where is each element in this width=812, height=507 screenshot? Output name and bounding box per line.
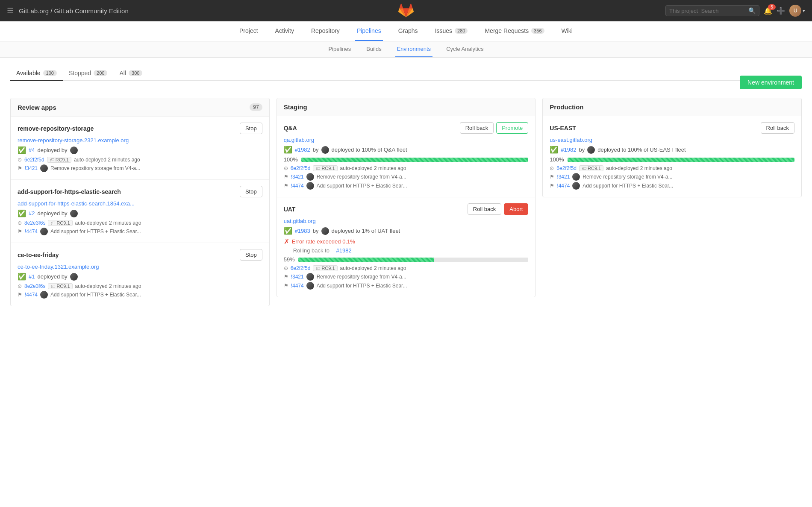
us-east-deploy-num[interactable]: #1982 (561, 147, 576, 153)
review-env-name-2: add-support-for-https-elastic-search (18, 188, 121, 195)
review-commit-1: ⊙ 6e2f2f5d 🏷 RC9.1 auto-deployed 2 minut… (18, 157, 262, 163)
us-east-mr1-link[interactable]: !3421 (557, 174, 570, 180)
logo (398, 3, 414, 19)
mr-link-2[interactable]: !4474 (25, 229, 38, 234)
us-east-rollback-button[interactable]: Roll back (761, 122, 794, 134)
subnav-pipelines[interactable]: Pipelines (327, 41, 353, 57)
review-row-1: remove-repository-storage Stop remove-re… (11, 117, 269, 180)
us-east-deploy-info: ✅ #1982 by deployed to 100% of US-EAST f… (550, 146, 794, 154)
qa-mr2-link[interactable]: !4474 (291, 183, 304, 189)
us-east-progress-pct: 100% (550, 156, 564, 163)
nav-project[interactable]: Project (238, 21, 260, 41)
us-east-progress-row: 100% (550, 156, 794, 163)
us-east-url-link[interactable]: us-east.gitlab.org (550, 137, 592, 143)
tab-stopped[interactable]: Stopped 200 (63, 66, 114, 81)
qa-btn-group: Roll back Promote (460, 122, 529, 134)
review-commit-3: ⊙ 8e2e3f6s 🏷 RC9.1 auto-deployed 2 minut… (18, 283, 262, 289)
new-environment-button[interactable]: New environment (740, 76, 802, 89)
qa-promote-button[interactable]: Promote (496, 122, 528, 134)
deploy-text-2: deployed by (37, 210, 67, 217)
commit-hash-3[interactable]: 8e2e3f6s (24, 283, 45, 289)
notification-button[interactable]: 🔔 5 (764, 7, 772, 15)
user-avatar[interactable]: U ▾ (789, 5, 805, 17)
top-navbar: ☰ GitLab.org / GitLab Community Edition … (0, 0, 812, 21)
stop-button-2[interactable]: Stop (240, 186, 262, 197)
review-apps-header: Review apps 97 (11, 98, 269, 117)
nav-merge-requests[interactable]: Merge Requests 356 (483, 21, 546, 41)
uat-progress-fill (298, 258, 434, 262)
qa-env-name: Q&A (284, 125, 297, 132)
uat-url-link[interactable]: uat.gitlab.org (284, 218, 316, 224)
tab-all[interactable]: All 300 (113, 66, 148, 81)
stop-button-1[interactable]: Stop (240, 123, 262, 134)
tab-stopped-label: Stopped (69, 70, 91, 76)
us-east-mr2-link[interactable]: !4474 (557, 183, 570, 189)
qa-check-icon: ✅ (284, 146, 292, 154)
commit-hash-2[interactable]: 8e2e3f6s (24, 220, 45, 226)
qa-mr1-link[interactable]: !3421 (291, 174, 304, 180)
uat-mr1-avatar (306, 273, 314, 281)
review-url-link-2[interactable]: add-support-for-https-elastic-search.185… (18, 200, 135, 207)
uat-progress-pct: 59% (284, 256, 295, 263)
search-box[interactable]: 🔍 (665, 5, 759, 16)
review-url-link-1[interactable]: remove-repository-storage.2321.example.o… (18, 137, 129, 144)
mr-link-3[interactable]: !4474 (25, 292, 38, 298)
mr-link-1[interactable]: !3421 (25, 165, 38, 171)
us-east-deploy-avatar (587, 146, 595, 154)
uat-abort-button[interactable]: Abort (504, 203, 528, 215)
avatar: U (789, 5, 801, 17)
uat-rolling-back-ref[interactable]: #1982 (336, 247, 352, 254)
review-url-link-3[interactable]: ce-to-ee-friday.1321.example.org (18, 264, 99, 270)
us-east-url: us-east.gitlab.org (550, 136, 794, 143)
uat-deploy-text: deployed to 1% of UAT fleet (332, 228, 400, 234)
subnav-cycle-analytics[interactable]: Cycle Analytics (444, 41, 485, 57)
nav-repository[interactable]: Repository (309, 21, 341, 41)
nav-activity[interactable]: Activity (274, 21, 296, 41)
subnav-builds[interactable]: Builds (365, 41, 383, 57)
uat-commit-hash[interactable]: 6e2f2f5d (291, 265, 311, 271)
deploy-num-2[interactable]: #2 (29, 210, 35, 217)
qa-deploy-num[interactable]: #1982 (295, 147, 310, 153)
qa-deploy-text-by: by (313, 147, 319, 153)
uat-mr1-link[interactable]: !3421 (291, 274, 304, 280)
uat-commit-icon: ⊙ (284, 265, 288, 271)
tab-available[interactable]: Available 100 (10, 66, 63, 81)
uat-deploy-num[interactable]: #1983 (295, 228, 310, 234)
commit-tag-2: 🏷 RC9.1 (48, 220, 72, 226)
qa-rollback-button[interactable]: Roll back (460, 122, 494, 134)
qa-mr2: ⚑ !4474 Add support for HTTPS + Elastic … (284, 182, 529, 190)
sub-navbar: Pipelines Builds Environments Cycle Anal… (0, 41, 812, 58)
deploy-num-3[interactable]: #1 (29, 273, 35, 280)
nav-graphs[interactable]: Graphs (397, 21, 420, 41)
uat-rolling-back-row: Rolling back to #1982 (284, 247, 529, 254)
uat-mr2-link[interactable]: !4474 (291, 283, 304, 289)
commit-icon-2: ⊙ (18, 220, 22, 226)
hamburger-icon[interactable]: ☰ (7, 6, 14, 15)
qa-url-link[interactable]: qa.gitlab.org (284, 137, 315, 143)
deploy-avatar-1 (70, 147, 78, 154)
uat-rollback-button[interactable]: Roll back (468, 203, 501, 215)
us-east-commit-hash[interactable]: 6e2f2f5d (556, 165, 577, 171)
qa-commit-hash[interactable]: 6e2f2f5d (291, 165, 311, 171)
qa-deploy-avatar (321, 146, 329, 154)
uat-progress-row: 59% (284, 256, 529, 263)
review-mr1-2: ⚑ !4474 Add support for HTTPS + Elastic … (18, 228, 262, 235)
stop-button-3[interactable]: Stop (240, 249, 262, 261)
deploy-avatar-3 (70, 273, 78, 281)
tag-icon-3: 🏷 (50, 284, 55, 289)
nav-pipelines[interactable]: Pipelines (355, 21, 383, 41)
nav-issues[interactable]: Issues 280 (433, 21, 470, 41)
nav-wiki[interactable]: Wiki (560, 21, 574, 41)
subnav-environments[interactable]: Environments (395, 41, 432, 57)
deploy-num-1[interactable]: #4 (29, 147, 35, 153)
uat-header: UAT Roll back Abort (284, 203, 529, 215)
issues-count: 280 (455, 28, 468, 34)
project-navbar: Project Activity Repository Pipelines Gr… (0, 21, 812, 41)
commit-tag-text-3: auto-deployed 2 minutes ago (75, 283, 141, 289)
qa-deploy-text: deployed to 100% of Q&A fleet (332, 147, 407, 153)
review-row-3-header: ce-to-ee-friday Stop (18, 249, 262, 261)
commit-hash-1[interactable]: 6e2f2f5d (24, 157, 44, 163)
uat-mr2-icon: ⚑ (284, 283, 288, 289)
search-input[interactable] (669, 8, 748, 14)
add-button[interactable]: ➕ (777, 7, 785, 15)
